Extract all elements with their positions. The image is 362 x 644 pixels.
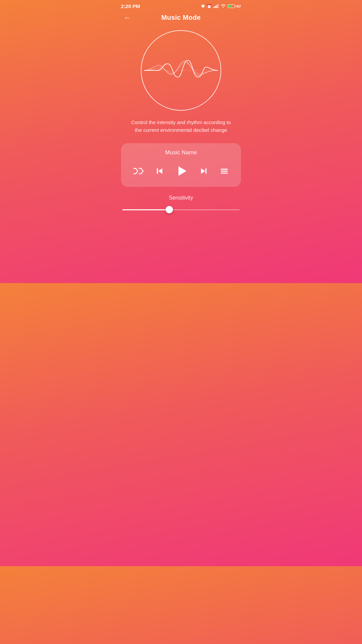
slider-fill — [122, 209, 169, 210]
svg-rect-3 — [218, 4, 219, 8]
prev-button[interactable] — [153, 164, 166, 178]
description-text: Control the intensity and rhythm accordi… — [116, 119, 246, 134]
svg-rect-0 — [214, 7, 215, 8]
play-button[interactable] — [173, 163, 190, 179]
shuffle-button[interactable] — [131, 164, 146, 178]
next-button[interactable] — [197, 164, 210, 178]
next-icon — [199, 166, 208, 176]
svg-rect-9 — [205, 168, 206, 174]
svg-rect-12 — [221, 173, 228, 174]
battery-level: 67 — [237, 4, 241, 8]
svg-rect-2 — [217, 5, 218, 8]
svg-marker-7 — [178, 166, 186, 176]
back-icon: ← — [124, 13, 131, 22]
signal-icon — [214, 4, 219, 9]
svg-rect-1 — [215, 6, 216, 8]
waveform-svg — [144, 50, 218, 91]
menu-button[interactable] — [218, 164, 231, 178]
waveform-circle — [141, 30, 221, 111]
status-bar: 2:20 PM ✱ ⏰ — [116, 0, 246, 11]
shuffle-icon — [133, 166, 144, 176]
bluetooth-icon: ✱ — [201, 4, 205, 9]
slider-track — [122, 209, 240, 210]
waveform-container — [141, 30, 221, 111]
sensitivity-slider-container[interactable] — [122, 206, 240, 214]
wifi-icon — [221, 4, 226, 9]
status-icons: ✱ ⏰ 67 — [201, 4, 241, 9]
alarm-icon: ⏰ — [206, 4, 212, 9]
battery-icon: 67 — [228, 4, 241, 8]
svg-marker-8 — [201, 168, 205, 174]
svg-rect-6 — [157, 168, 158, 174]
player-controls — [128, 163, 234, 179]
svg-marker-5 — [159, 168, 163, 174]
play-icon — [175, 165, 188, 177]
page-title: Music Mode — [161, 14, 200, 21]
sensitivity-label: Sensitivity — [122, 195, 240, 201]
slider-thumb[interactable] — [166, 206, 173, 213]
music-name-label: Music Name — [128, 149, 234, 156]
svg-rect-11 — [221, 171, 228, 172]
header: ← Music Mode — [116, 11, 246, 27]
prev-icon — [155, 166, 164, 176]
player-card: Music Name — [121, 143, 241, 187]
sensitivity-section: Sensitivity — [116, 195, 246, 214]
back-button[interactable]: ← — [122, 12, 132, 23]
status-time: 2:20 PM — [121, 3, 140, 9]
menu-icon — [220, 166, 229, 176]
svg-rect-10 — [221, 169, 228, 170]
